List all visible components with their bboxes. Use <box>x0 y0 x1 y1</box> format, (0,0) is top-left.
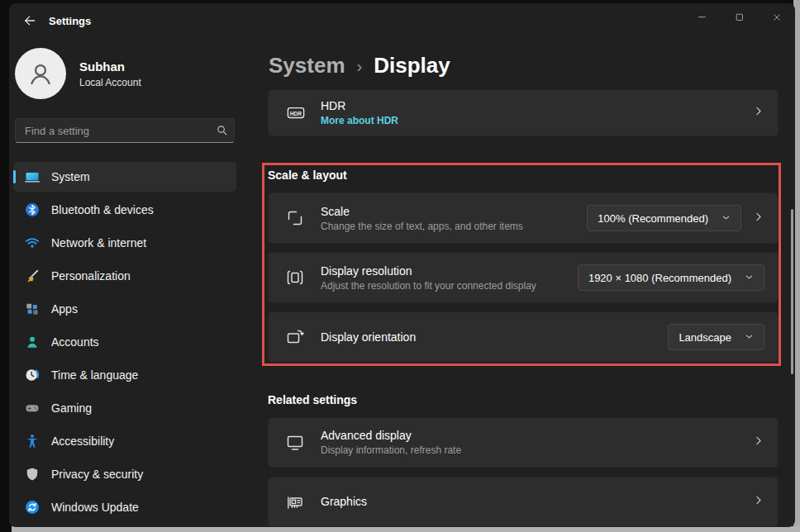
settings-window: Settings Subhan Local Account <box>9 3 795 527</box>
chevron-right-icon <box>752 494 764 510</box>
sidebar-item-bluetooth-devices[interactable]: Bluetooth & devices <box>13 195 236 225</box>
system-icon <box>24 169 40 185</box>
sidebar-item-label: System <box>51 170 90 183</box>
display-orientation-row: Display orientation Landscape <box>268 311 779 363</box>
update-refresh-icon <box>24 499 40 515</box>
hdr-badge-icon: HDR <box>285 104 307 122</box>
scale-row[interactable]: Scale Change the size of text, apps, and… <box>268 192 779 244</box>
window-controls <box>683 3 795 33</box>
gamepad-icon <box>24 400 40 416</box>
user-name: Subhan <box>79 59 141 74</box>
section-heading-related-settings: Related settings <box>268 393 357 406</box>
sidebar-item-label: Privacy & security <box>51 468 143 481</box>
graphics-title: Graphics <box>321 494 367 510</box>
sidebar-item-label: Apps <box>51 302 78 316</box>
scale-icon <box>285 208 307 228</box>
advanced-display-row[interactable]: Advanced display Display information, re… <box>268 417 779 468</box>
hdr-more-link[interactable]: More about HDR <box>321 114 398 127</box>
display-orientation-dropdown-value: Landscape <box>679 331 731 344</box>
breadcrumb: System › Display <box>269 48 450 83</box>
brush-icon <box>24 268 40 284</box>
hdr-row[interactable]: HDR HDR More about HDR <box>268 89 779 136</box>
display-orientation-title: Display orientation <box>321 330 416 345</box>
graphics-row[interactable]: Graphics <box>268 477 779 527</box>
display-resolution-title: Display resolution <box>321 264 536 279</box>
sidebar-item-time-language[interactable]: Time & language <box>13 360 236 390</box>
close-icon <box>771 12 783 26</box>
page-title: Display <box>374 53 450 78</box>
sidebar-item-windows-update[interactable]: Windows Update <box>13 492 236 522</box>
sidebar-item-label: Gaming <box>51 401 92 415</box>
sidebar-item-label: Accessibility <box>51 435 114 448</box>
scale-title: Scale <box>321 204 523 220</box>
accessibility-person-icon <box>24 433 40 449</box>
sidebar-item-apps[interactable]: Apps <box>13 294 236 324</box>
sidebar-item-network-internet[interactable]: Network & internet <box>13 228 236 258</box>
display-resolution-dropdown-value: 1920 × 1080 (Recommended) <box>588 272 731 284</box>
chevron-down-icon <box>721 212 731 225</box>
sidebar-item-accounts[interactable]: Accounts <box>13 327 236 357</box>
display-resolution-dropdown[interactable]: 1920 × 1080 (Recommended) <box>578 264 764 291</box>
main-content: System › Display HDR HDR More about HDR … <box>257 40 795 527</box>
graphics-card-icon <box>285 492 307 512</box>
display-resolution-row: Display resolution Adjust the resolution… <box>268 252 779 303</box>
shield-icon <box>24 466 40 482</box>
sidebar-item-personalization[interactable]: Personalization <box>13 261 236 291</box>
search-input[interactable] <box>15 118 235 143</box>
chevron-right-icon <box>752 105 764 121</box>
scrollbar[interactable] <box>791 209 793 374</box>
sidebar-item-privacy-security[interactable]: Privacy & security <box>13 459 236 489</box>
sidebar-nav: System Bluetooth & devices Network & int… <box>13 162 236 525</box>
apps-icon <box>24 301 40 317</box>
chevron-right-icon <box>752 211 764 226</box>
user-account-type: Local Account <box>79 77 141 88</box>
clock-icon <box>24 367 40 383</box>
avatar <box>15 48 66 99</box>
selected-indicator <box>13 170 16 183</box>
sidebar-item-system[interactable]: System <box>13 162 236 192</box>
display-orientation-dropdown[interactable]: Landscape <box>668 324 764 350</box>
maximize-icon <box>734 12 745 26</box>
titlebar: Settings <box>9 3 795 40</box>
wifi-icon <box>24 235 40 251</box>
scale-dropdown-value: 100% (Recommended) <box>598 212 708 225</box>
breadcrumb-separator-icon: › <box>357 55 363 76</box>
back-button[interactable] <box>17 11 42 32</box>
sidebar-item-label: Windows Update <box>51 501 139 514</box>
sidebar: Subhan Local Account System B <box>9 40 257 527</box>
chevron-down-icon <box>745 272 754 284</box>
display-orientation-icon <box>285 327 307 347</box>
sidebar-item-accessibility[interactable]: Accessibility <box>13 426 236 456</box>
breadcrumb-parent[interactable]: System <box>269 53 345 78</box>
sidebar-item-label: Network & internet <box>51 236 146 249</box>
app-title: Settings <box>49 3 91 40</box>
minimize-icon <box>696 11 708 26</box>
back-arrow-icon <box>22 13 37 31</box>
bluetooth-icon <box>24 202 40 218</box>
desktop-background <box>12 526 800 532</box>
chevron-down-icon <box>745 331 754 344</box>
hdr-title: HDR <box>321 98 398 114</box>
person-icon <box>24 334 40 350</box>
advanced-display-subtitle: Display information, refresh rate <box>321 444 461 457</box>
advanced-display-title: Advanced display <box>321 428 461 444</box>
scale-subtitle: Change the size of text, apps, and other… <box>321 220 523 233</box>
user-account-block[interactable]: Subhan Local Account <box>15 48 141 99</box>
sidebar-item-label: Personalization <box>51 269 131 283</box>
sidebar-item-label: Bluetooth & devices <box>51 203 154 216</box>
search-box <box>15 118 235 143</box>
scale-dropdown[interactable]: 100% (Recommended) <box>587 205 741 231</box>
close-button[interactable] <box>758 3 795 33</box>
chevron-right-icon <box>752 435 764 450</box>
display-resolution-icon <box>285 268 307 287</box>
search-icon[interactable] <box>216 124 228 140</box>
maximize-button[interactable] <box>721 3 758 33</box>
sidebar-item-label: Time & language <box>51 368 138 382</box>
minimize-button[interactable] <box>683 3 721 33</box>
svg-text:HDR: HDR <box>290 110 302 116</box>
sidebar-item-gaming[interactable]: Gaming <box>13 393 236 423</box>
display-resolution-subtitle: Adjust the resolution to fit your connec… <box>321 279 536 292</box>
sidebar-item-label: Accounts <box>51 335 99 349</box>
monitor-icon <box>285 433 307 453</box>
section-heading-scale-layout: Scale & layout <box>268 169 347 182</box>
